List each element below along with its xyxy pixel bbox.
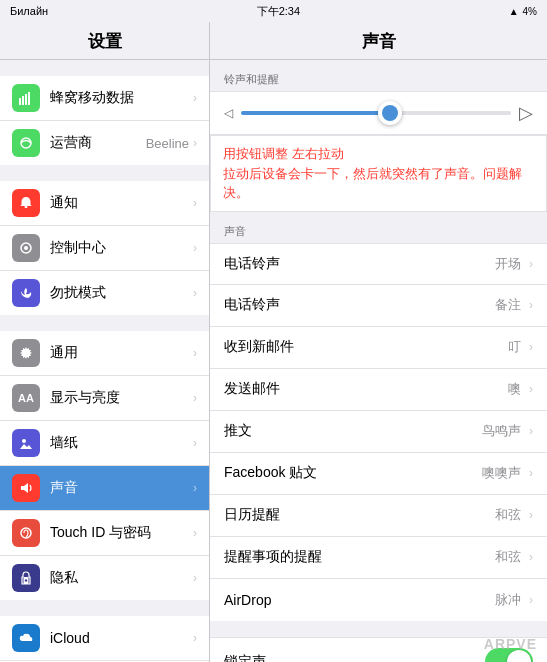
volume-row[interactable]: ◁ ▷ [210,91,547,135]
sidebar-item-icloud[interactable]: iCloud › [0,616,209,661]
newmail-item[interactable]: 收到新邮件 叮 › [210,327,547,369]
controlcenter-icon [12,234,40,262]
volume-slider-fill [241,111,390,115]
tweet-value: 鸟鸣声 [482,422,521,440]
sidebar-item-dnd[interactable]: 勿扰模式 › [0,271,209,315]
svg-rect-0 [19,98,21,105]
sidebar-item-display[interactable]: AA 显示与亮度 › [0,376,209,421]
reminder-item[interactable]: 提醒事项的提醒 和弦 › [210,537,547,579]
sidebar-title: 设置 [0,22,209,60]
dnd-label: 勿扰模式 [50,284,189,302]
svg-point-9 [22,439,26,443]
airdrop-item[interactable]: AirDrop 脉冲 › [210,579,547,621]
notifications-icon [12,189,40,217]
locksound-toggle[interactable] [485,648,533,663]
volume-thumb-inner [382,105,398,121]
wifi-icon: ▲ [509,6,519,17]
tweet-item[interactable]: 推文 鸟鸣声 › [210,411,547,453]
right-panel: 声音 铃声和提醒 ◁ ▷ 用按钮调整 左右拉动 拉动后设备会卡一下，然后就突然有… [210,22,547,662]
display-icon: AA [12,384,40,412]
sentmail-chevron: › [529,382,533,396]
calendar-label: 日历提醒 [224,506,495,524]
volume-low-icon: ◁ [224,106,233,120]
sounds-chevron: › [193,481,197,495]
sentmail-label: 发送邮件 [224,380,508,398]
sidebar-item-wallpaper[interactable]: 墙纸 › [0,421,209,466]
airdrop-chevron: › [529,593,533,607]
privacy-icon [12,564,40,592]
notifications-label: 通知 [50,194,189,212]
volume-slider-thumb[interactable] [378,101,402,125]
general-label: 通用 [50,344,189,362]
cellular-label: 蜂窝移动数据 [50,89,189,107]
carrier-icon [12,129,40,157]
sidebar-item-notifications[interactable]: 通知 › [0,181,209,226]
sidebar-item-general[interactable]: 通用 › [0,331,209,376]
general-icon [12,339,40,367]
icloud-chevron: › [193,631,197,645]
sidebar-group-1: 蜂窝移动数据 › 运营商 Beeline › [0,76,209,165]
notifications-chevron: › [193,196,197,210]
ringtone-item-1[interactable]: 电话铃声 开场 › [210,243,547,285]
time-label: 下午2:34 [257,4,300,19]
dnd-icon [12,279,40,307]
general-chevron: › [193,346,197,360]
icloud-label: iCloud [50,630,189,646]
wallpaper-chevron: › [193,436,197,450]
svg-rect-1 [22,96,24,105]
battery-label: 4% [523,6,537,17]
reminder-chevron: › [529,550,533,564]
volume-slider-track[interactable] [241,111,511,115]
sidebar-item-cellular[interactable]: 蜂窝移动数据 › [0,76,209,121]
toggle-section: 锁定声 按键音 [210,637,547,663]
status-bar: Билайн 下午2:34 ▲ 4% [0,0,547,22]
sidebar-item-controlcenter[interactable]: 控制中心 › [0,226,209,271]
sidebar-spacer-4 [0,600,209,616]
ringtone-1-label: 电话铃声 [224,255,495,273]
ringtone-1-chevron: › [529,257,533,271]
tweet-label: 推文 [224,422,482,440]
cellular-chevron: › [193,91,197,105]
display-chevron: › [193,391,197,405]
calendar-chevron: › [529,508,533,522]
ringtone-item-2[interactable]: 电话铃声 备注 › [210,285,547,327]
sidebar-item-sounds[interactable]: 声音 › [0,466,209,511]
sidebar-spacer-1 [0,60,209,76]
sidebar-item-carrier[interactable]: 运营商 Beeline › [0,121,209,165]
ringtone-2-label: 电话铃声 [224,296,495,314]
calendar-item[interactable]: 日历提醒 和弦 › [210,495,547,537]
controlcenter-label: 控制中心 [50,239,189,257]
facebook-value: 噢噢声 [482,464,521,482]
ringtone-section-label: 铃声和提醒 [210,60,547,91]
touchid-label: Touch ID 与密码 [50,524,189,542]
sidebar-item-privacy[interactable]: 隐私 › [0,556,209,600]
calendar-value: 和弦 [495,506,521,524]
carrier-item-label: 运营商 [50,134,146,152]
toggle-spacer [210,621,547,637]
facebook-item[interactable]: Facebook 贴文 噢噢声 › [210,453,547,495]
airdrop-label: AirDrop [224,592,495,608]
annotation-line2: 拉动后设备会卡一下，然后就突然有了声音。问题解决。 [223,166,522,201]
cellular-icon [12,84,40,112]
annotation-text: 用按钮调整 左右拉动 拉动后设备会卡一下，然后就突然有了声音。问题解决。 [223,144,534,203]
touchid-chevron: › [193,526,197,540]
sidebar-group-3: 通用 › AA 显示与亮度 › 墙纸 › 声音 [0,331,209,600]
sentmail-item[interactable]: 发送邮件 噢 › [210,369,547,411]
newmail-chevron: › [529,340,533,354]
annotation-line1: 用按钮调整 左右拉动 [223,146,344,161]
sounds-items-section: 电话铃声 开场 › 电话铃声 备注 › 收到新邮件 叮 › 发送邮件 噢 › 推… [210,243,547,621]
wallpaper-icon [12,429,40,457]
locksound-label: 锁定声 [224,653,485,663]
display-label: 显示与亮度 [50,389,189,407]
sidebar-group-4: iCloud › A iTunes Store 与 App Store › [0,616,209,662]
svg-rect-2 [25,94,27,105]
sidebar-item-touchid[interactable]: Touch ID 与密码 › [0,511,209,556]
svg-point-4 [21,138,31,148]
newmail-value: 叮 [508,338,521,356]
svg-point-12 [25,579,27,581]
locksound-item[interactable]: 锁定声 [210,637,547,663]
newmail-label: 收到新邮件 [224,338,508,356]
reminder-label: 提醒事项的提醒 [224,548,495,566]
privacy-chevron: › [193,571,197,585]
svg-point-7 [24,246,28,250]
